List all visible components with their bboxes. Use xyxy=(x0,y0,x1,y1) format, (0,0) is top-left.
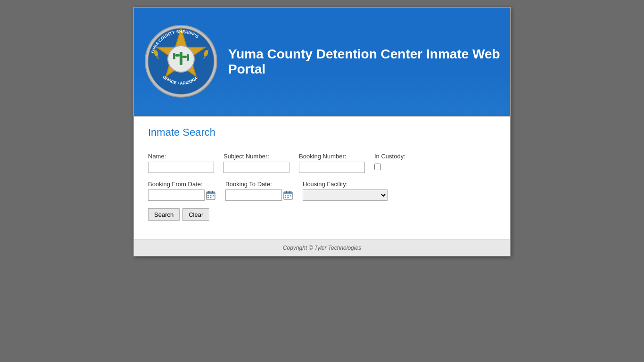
svg-rect-4 xyxy=(180,52,182,65)
booking-from-calendar-icon[interactable] xyxy=(206,190,216,200)
badge-icon: YUMA COUNTY SHERIFF'S OFFICE • ARIZONA xyxy=(143,24,219,99)
svg-rect-20 xyxy=(210,195,212,197)
clear-button[interactable]: Clear xyxy=(182,208,209,221)
inmate-search-form: Name: Subject Number: Booking Number: In… xyxy=(148,148,496,225)
in-custody-label: In Custody: xyxy=(374,153,405,160)
svg-rect-21 xyxy=(213,195,214,197)
copyright-text: Copyright © Tyler Technologies xyxy=(283,245,361,251)
svg-rect-5 xyxy=(175,54,180,57)
svg-rect-29 xyxy=(288,195,289,197)
field-housing-facility: Housing Facility: All Facilities xyxy=(303,181,388,201)
field-booking-from: Booking From Date: xyxy=(148,181,216,201)
name-input[interactable] xyxy=(148,162,214,173)
svg-rect-8 xyxy=(187,54,189,61)
button-row: Search Clear xyxy=(148,208,496,221)
header-title: Yuma County Detention Center Inmate Web … xyxy=(228,47,501,77)
booking-to-calendar-icon[interactable] xyxy=(283,190,293,200)
svg-rect-27 xyxy=(289,191,291,193)
svg-rect-31 xyxy=(285,197,286,198)
footer: Copyright © Tyler Technologies xyxy=(134,239,510,256)
field-name: Name: xyxy=(148,153,214,173)
field-booking-to: Booking To Date: xyxy=(225,181,293,201)
booking-number-input[interactable] xyxy=(299,162,365,173)
subject-number-input[interactable] xyxy=(223,162,289,173)
booking-from-input[interactable] xyxy=(148,189,205,201)
booking-number-label: Booking Number: xyxy=(299,153,365,160)
svg-rect-17 xyxy=(208,191,210,193)
svg-rect-28 xyxy=(285,195,286,197)
svg-rect-25 xyxy=(284,192,292,194)
housing-facility-label: Housing Facility: xyxy=(303,181,388,188)
form-row-2: Booking From Date: xyxy=(148,181,496,201)
field-subject: Subject Number: xyxy=(223,153,289,173)
svg-rect-6 xyxy=(182,56,187,58)
booking-to-date-wrapper xyxy=(225,189,293,201)
main-container: YUMA COUNTY SHERIFF'S OFFICE • ARIZONA Y… xyxy=(133,7,511,256)
svg-rect-26 xyxy=(286,191,287,193)
header-title-container: Yuma County Detention Center Inmate Web … xyxy=(228,47,501,77)
content-area: Inmate Search Name: Subject Number: Book… xyxy=(134,116,510,239)
housing-facility-select[interactable]: All Facilities xyxy=(303,189,388,201)
field-in-custody: In Custody: xyxy=(374,153,405,170)
booking-to-label: Booking To Date: xyxy=(225,181,293,188)
subject-number-label: Subject Number: xyxy=(223,153,289,160)
svg-rect-16 xyxy=(206,192,215,194)
form-row-1: Name: Subject Number: Booking Number: In… xyxy=(148,153,496,173)
svg-rect-32 xyxy=(288,197,289,198)
page-title: Inmate Search xyxy=(148,126,496,139)
booking-from-date-wrapper xyxy=(148,189,216,201)
badge-container: YUMA COUNTY SHERIFF'S OFFICE • ARIZONA xyxy=(143,24,219,100)
field-booking-number: Booking Number: xyxy=(299,153,365,173)
name-label: Name: xyxy=(148,153,214,160)
svg-rect-19 xyxy=(207,195,209,197)
svg-rect-30 xyxy=(290,195,291,197)
svg-rect-7 xyxy=(173,53,175,59)
svg-rect-22 xyxy=(207,197,209,198)
search-button[interactable]: Search xyxy=(148,208,180,221)
in-custody-checkbox[interactable] xyxy=(374,164,381,170)
header: YUMA COUNTY SHERIFF'S OFFICE • ARIZONA Y… xyxy=(134,8,510,116)
booking-from-label: Booking From Date: xyxy=(148,181,216,188)
svg-rect-23 xyxy=(210,197,212,198)
svg-rect-18 xyxy=(212,191,214,193)
booking-to-input[interactable] xyxy=(225,189,282,201)
